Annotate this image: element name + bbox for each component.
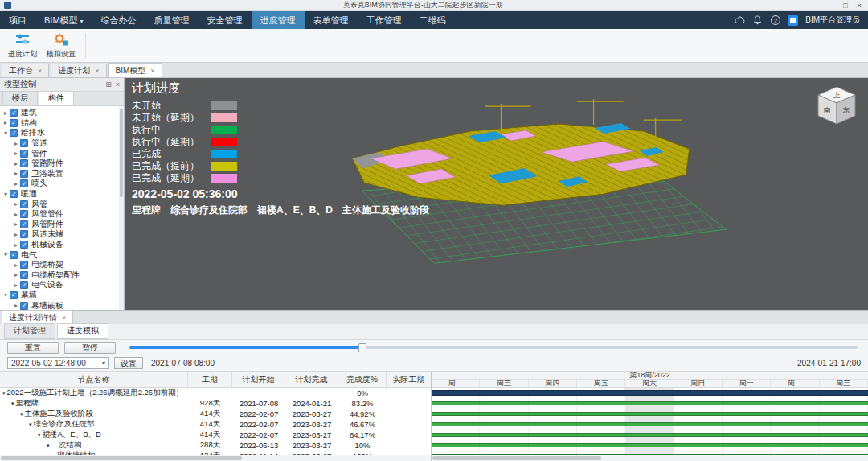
tree-item[interactable]: ▸ 喷头 (0, 179, 124, 189)
tree-item[interactable]: ▾ 暖通 (0, 189, 124, 200)
checkbox[interactable] (20, 150, 28, 158)
menu-item[interactable]: 安全管理▾ (199, 11, 252, 29)
column-header[interactable]: 计划完成 (285, 372, 338, 387)
minimize-button[interactable]: – (829, 1, 833, 10)
expander-icon[interactable]: ▾ (2, 130, 10, 137)
reset-button[interactable]: 重置 (7, 342, 59, 354)
maximize-button[interactable]: □ (843, 1, 847, 10)
dock-icon[interactable]: ⊞ (105, 79, 112, 91)
tree-item[interactable]: ▸ 电缆桥架 (0, 260, 124, 270)
checkbox[interactable] (10, 119, 18, 127)
document-tab[interactable]: BIM模型 × (108, 63, 162, 77)
tree-item[interactable]: ▸ 风管附件 (0, 220, 124, 230)
tab-progress-simulation[interactable]: 进度模拟 (57, 323, 108, 339)
expander-icon[interactable]: ▾ (2, 191, 10, 198)
tree-item[interactable]: ▸ 电气设备 (0, 280, 124, 290)
cloud-icon[interactable] (735, 15, 745, 26)
gantt-bar[interactable] (432, 401, 868, 405)
checkbox[interactable] (20, 241, 28, 249)
gantt-bar[interactable] (432, 443, 868, 447)
close-icon[interactable]: × (38, 67, 42, 75)
checkbox[interactable] (20, 271, 28, 279)
expander-icon[interactable]: ▸ (12, 211, 20, 218)
table-row[interactable]: ▾ 综合诊疗及住院部 414天 2022-02-07 2023-03-27 46… (0, 419, 431, 430)
expander-icon[interactable]: ▾ (20, 411, 23, 418)
sim-slider-handle[interactable] (358, 343, 366, 352)
expander-icon[interactable]: ▸ (2, 109, 10, 117)
checkbox[interactable] (20, 220, 28, 228)
checkbox[interactable] (20, 210, 28, 218)
expander-icon[interactable]: ▸ (2, 119, 10, 126)
expander-icon[interactable]: ▸ (12, 302, 20, 309)
scrollbar-thumb[interactable] (432, 456, 601, 460)
expander-icon[interactable]: ▾ (2, 251, 10, 258)
column-header[interactable]: 实际工期 (387, 372, 431, 387)
column-header[interactable]: 节点名称 (0, 372, 188, 387)
checkbox[interactable] (20, 281, 28, 289)
expander-icon[interactable]: ▾ (11, 401, 14, 407)
table-row[interactable]: ▾ 二次结构 288天 2022-06-13 2023-03-27 10% (0, 440, 431, 451)
menu-item[interactable]: 二维码▾ (411, 11, 455, 29)
menu-item[interactable]: 表单管理▾ (305, 11, 358, 29)
tree-item[interactable]: ▸ 管路附件 (0, 158, 124, 169)
expander-icon[interactable]: ▸ (12, 150, 20, 157)
expander-icon[interactable]: ▸ (12, 261, 20, 269)
expander-icon[interactable]: ▸ (12, 231, 20, 238)
tree-scrollbar[interactable] (119, 106, 124, 310)
table-horizontal-scrollbar[interactable] (0, 455, 432, 461)
checkbox[interactable] (20, 230, 28, 238)
close-icon[interactable]: × (62, 314, 66, 322)
expander-icon[interactable]: ▸ (12, 160, 20, 167)
column-header[interactable]: 完成度% (338, 372, 387, 387)
expander-icon[interactable]: ▾ (2, 390, 6, 397)
tree-item[interactable]: ▸ 管道 (0, 138, 124, 149)
close-button[interactable]: × (858, 1, 862, 10)
checkbox[interactable] (20, 302, 28, 310)
settings-button[interactable]: 设置 (114, 357, 143, 369)
checkbox[interactable] (20, 170, 28, 178)
menu-item[interactable]: 质量管理▾ (145, 11, 199, 29)
gantt-bar[interactable] (432, 433, 868, 437)
document-tab[interactable]: 进度计划 × (51, 64, 106, 77)
menu-item[interactable]: 工作管理▾ (358, 11, 411, 29)
tree-item[interactable]: ▾ 幕墙 (0, 290, 124, 301)
checkbox[interactable] (10, 251, 18, 259)
datetime-picker[interactable]: 2022-05-02 12:48:00 ▾ (7, 357, 109, 369)
schedule-plan-button[interactable]: 进度计划 (3, 31, 42, 60)
expander-icon[interactable]: ▸ (12, 140, 20, 147)
expander-icon[interactable]: ▸ (12, 170, 20, 177)
gantt-body[interactable] (432, 388, 868, 455)
gantt-bar[interactable] (432, 390, 868, 396)
tree-item[interactable]: ▸ 管件 (0, 148, 124, 158)
gantt-bar[interactable] (432, 422, 868, 426)
checkbox[interactable] (20, 139, 28, 147)
checkbox[interactable] (10, 129, 18, 137)
checkbox[interactable] (20, 261, 28, 269)
expander-icon[interactable]: ▸ (12, 220, 20, 228)
checkbox[interactable] (10, 291, 18, 299)
tree-item[interactable]: ▸ 风道末端 (0, 229, 124, 240)
expander-icon[interactable]: ▾ (47, 442, 50, 449)
checkbox[interactable] (10, 190, 18, 198)
expander-icon[interactable]: ▸ (12, 271, 20, 278)
expander-icon[interactable]: ▸ (12, 241, 20, 249)
close-icon[interactable]: × (116, 79, 120, 91)
table-row[interactable]: ▾ 主体施工及验收阶段 414天 2022-02-07 2023-03-27 4… (0, 409, 431, 419)
expander-icon[interactable]: ▸ (12, 200, 20, 208)
tree-item[interactable]: ▸ 结构 (0, 118, 124, 129)
bell-icon[interactable] (752, 15, 763, 26)
tab-plan-management[interactable]: 计划管理 (4, 323, 55, 339)
tab-floors[interactable]: 楼层 (2, 91, 38, 105)
document-tab[interactable]: 工作台 × (2, 64, 49, 77)
expander-icon[interactable]: ▾ (38, 432, 41, 438)
navigation-cube[interactable]: 上 南 东 (815, 83, 858, 128)
simulation-settings-button[interactable]: 模拟设置 (42, 31, 80, 60)
tab-components[interactable]: 构件 (39, 91, 74, 105)
tree-item[interactable]: ▸ 建筑 (0, 108, 124, 118)
checkbox[interactable] (10, 109, 18, 117)
menu-item[interactable]: 综合办公▾ (92, 11, 145, 29)
tree-item[interactable]: ▸ 幕墙嵌板 (0, 300, 124, 310)
scrollbar-thumb[interactable] (120, 109, 123, 197)
tree-item[interactable]: ▸ 卫浴装置 (0, 169, 124, 179)
table-row[interactable]: ▾ 2022一级施工计划上墙（2.26调概延用2.26加前期） 0% (0, 388, 431, 398)
